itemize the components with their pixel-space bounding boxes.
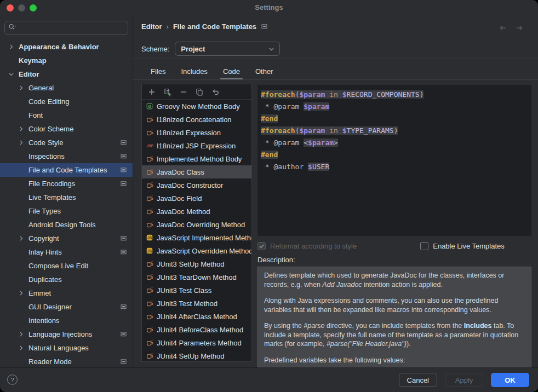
sidebar-item-file-and-code-templates[interactable]: File and Code Templates: [0, 163, 133, 177]
copy-template-icon[interactable]: [195, 88, 204, 96]
chevron-right-icon[interactable]: [7, 43, 15, 51]
code-line: #foreach($param in $TYPE_PARAMS): [261, 125, 531, 137]
sidebar-item-copyright[interactable]: Copyright: [0, 232, 133, 245]
template-item-label: JUnit3 Test Class: [157, 286, 211, 295]
sidebar-item-android-design-tools[interactable]: Android Design Tools: [0, 218, 133, 232]
sidebar-item-color-scheme[interactable]: Color Scheme: [0, 122, 133, 136]
java-icon: [145, 326, 154, 334]
template-item[interactable]: Implemented Method Body: [142, 152, 251, 165]
sidebar-item-file-types[interactable]: File Types: [0, 204, 133, 218]
checkbox-enable-live-templates[interactable]: Enable Live Templates: [420, 242, 505, 250]
cancel-button[interactable]: Cancel: [399, 373, 437, 387]
project-level-monitor-icon: [120, 139, 127, 146]
java-icon: [145, 194, 154, 203]
template-item[interactable]: GGroovy New Method Body: [142, 100, 251, 113]
template-item[interactable]: JUnit3 TearDown Method: [142, 270, 251, 284]
chevron-right-icon[interactable]: [16, 289, 25, 298]
footer-buttons: CancelApplyOK: [399, 373, 529, 387]
checkbox-reformat-according-to-style[interactable]: Reformat according to style: [257, 242, 357, 250]
template-item[interactable]: JavaDoc Overriding Method: [142, 218, 251, 231]
sidebar-item-code-editing[interactable]: Code Editing: [0, 95, 133, 108]
template-item[interactable]: JUnit3 Test Class: [142, 284, 251, 297]
help-icon[interactable]: ?: [6, 373, 19, 388]
template-item[interactable]: JUnit4 AfterClass Method: [142, 310, 251, 323]
description-box[interactable]: Defines template which used to generate …: [257, 267, 531, 367]
sidebar-item-inspections[interactable]: Inspections: [0, 149, 133, 163]
settings-sidebar: Appearance & BehaviorKeymapEditorGeneral…: [0, 15, 133, 368]
sidebar-item-live-templates[interactable]: Live Templates: [0, 191, 133, 204]
sidebar-item-emmet[interactable]: Emmet: [0, 286, 133, 300]
description-paragraph: By using the #parse directive, you can i…: [264, 321, 525, 349]
template-code-editor[interactable]: #foreach($param in $RECORD_COMPONENTS) *…: [257, 85, 531, 236]
sidebar-item-compose-live-edit[interactable]: Compose Live Edit: [0, 259, 133, 273]
template-item[interactable]: JavaDoc Constructor: [142, 178, 251, 192]
chevron-right-icon[interactable]: [16, 139, 25, 147]
sidebar-item-language-injections[interactable]: Language Injections: [0, 327, 133, 341]
tab-other[interactable]: Other: [250, 64, 278, 79]
java-icon: [145, 286, 154, 295]
tab-includes[interactable]: Includes: [176, 64, 212, 79]
scheme-select[interactable]: Project: [175, 42, 280, 56]
chevron-right-icon[interactable]: [16, 125, 25, 134]
description-paragraph: Along with Java expressions and comments…: [264, 296, 525, 314]
description-paragraph: Defines template which used to generate …: [264, 271, 525, 289]
ok-button[interactable]: OK: [491, 373, 529, 387]
template-item[interactable]: I18nized Expression: [142, 126, 251, 139]
template-item[interactable]: JavaDoc Field: [142, 192, 251, 205]
forward-icon[interactable]: [515, 24, 524, 34]
search-input[interactable]: [4, 21, 128, 35]
template-item[interactable]: JUnit4 Parameters Method: [142, 336, 251, 349]
sidebar-item-duplicates[interactable]: Duplicates: [0, 273, 133, 286]
checkbox-box[interactable]: [257, 242, 266, 250]
sidebar-item-appearance-behavior[interactable]: Appearance & Behavior: [0, 40, 133, 54]
create-child-template-icon[interactable]: [163, 88, 172, 96]
sidebar-item-natural-languages[interactable]: Natural Languages: [0, 341, 133, 355]
sidebar-item-reader-mode[interactable]: Reader Mode: [0, 355, 133, 368]
sidebar-item-file-encodings[interactable]: File Encodings: [0, 177, 133, 191]
tab-files[interactable]: Files: [146, 64, 170, 79]
sidebar-item-intentions[interactable]: Intentions: [0, 314, 133, 327]
checkbox-box[interactable]: [420, 242, 428, 250]
reset-to-default-icon[interactable]: [211, 88, 220, 96]
sidebar-item-label: File and Code Templates: [28, 166, 107, 174]
template-item[interactable]: JSJavaScript Implemented Method: [142, 231, 251, 244]
template-item[interactable]: JSJavaScript Overridden Method: [142, 244, 251, 257]
sidebar-item-gui-designer[interactable]: GUI Designer: [0, 300, 133, 314]
remove-template-icon[interactable]: [179, 88, 188, 96]
template-item[interactable]: JSPI18nized JSP Expression: [142, 139, 251, 152]
template-item-label: JavaScript Implemented Method: [157, 234, 251, 242]
java-icon: [145, 181, 154, 189]
template-item-label: I18nized Concatenation: [157, 116, 232, 124]
template-item-label: JUnit3 Test Method: [157, 299, 218, 308]
code-line: * @param <$param>: [261, 137, 531, 149]
chevron-right-icon[interactable]: [16, 344, 25, 353]
sidebar-item-editor[interactable]: Editor: [0, 67, 133, 81]
sidebar-item-font[interactable]: Font: [0, 108, 133, 122]
chevron-right-icon[interactable]: [16, 234, 25, 243]
template-list-panel: GGroovy New Method BodyI18nized Concaten…: [141, 84, 252, 362]
template-item[interactable]: JUnit4 SetUp Method: [142, 349, 251, 362]
chevron-right-icon[interactable]: [16, 84, 25, 93]
breadcrumb-editor[interactable]: Editor: [141, 22, 162, 31]
template-item-label: JUnit4 BeforeClass Method: [157, 326, 243, 334]
chevron-right-icon[interactable]: [16, 330, 25, 339]
template-item-label: Implemented Method Body: [157, 155, 242, 163]
sidebar-item-keymap[interactable]: Keymap: [0, 54, 133, 67]
tab-code[interactable]: Code: [218, 64, 245, 79]
add-template-icon[interactable]: [147, 88, 156, 96]
sidebar-item-general[interactable]: General: [0, 81, 133, 95]
chevron-down-icon[interactable]: [7, 70, 15, 79]
sidebar-item-code-style[interactable]: Code Style: [0, 136, 133, 149]
template-item[interactable]: JavaDoc Method: [142, 205, 251, 218]
back-icon[interactable]: [499, 24, 507, 34]
apply-button[interactable]: Apply: [445, 373, 483, 387]
template-item[interactable]: JUnit4 BeforeClass Method: [142, 323, 251, 336]
template-item[interactable]: I18nized Concatenation: [142, 113, 251, 126]
description-paragraph: Predefined variables take the following …: [264, 356, 525, 365]
checkbox-label: Enable Live Templates: [433, 242, 505, 250]
template-item[interactable]: JavaDoc Class: [142, 165, 251, 178]
template-item[interactable]: JUnit3 Test Method: [142, 297, 251, 310]
sidebar-item-inlay-hints[interactable]: Inlay Hints: [0, 245, 133, 259]
template-item[interactable]: JUnit3 SetUp Method: [142, 257, 251, 270]
project-level-monitor-icon: [120, 331, 127, 338]
